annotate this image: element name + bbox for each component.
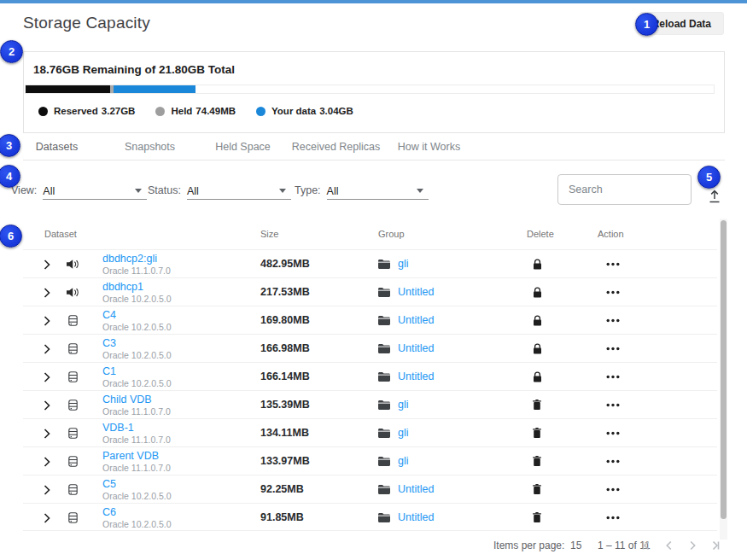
delete-cell[interactable] [533, 259, 542, 270]
group-link[interactable]: gli [398, 399, 409, 411]
more-actions-icon[interactable] [606, 375, 620, 379]
group-link[interactable]: gli [398, 258, 409, 270]
expand-chevron-icon[interactable] [44, 513, 50, 523]
group-cell: gli [378, 427, 409, 439]
delete-cell[interactable] [533, 400, 541, 410]
tab-bar: Datasets Snapshots Held Space Received R… [10, 135, 725, 160]
legend-value: 3.27GB [102, 106, 136, 116]
last-page-icon[interactable] [708, 538, 723, 553]
export-icon[interactable] [707, 189, 722, 204]
dataset-name-cell: Child VDB Oracle 11.1.0.7.0 [102, 394, 171, 417]
dataset-name-cell: C3 Oracle 10.2.0.5.0 [102, 337, 172, 360]
dataset-name-link[interactable]: C4 [102, 309, 172, 321]
vdb-database-icon [68, 456, 78, 467]
status-filter-select[interactable]: All [187, 183, 291, 200]
tab-held-space[interactable]: Held Space [196, 135, 289, 160]
tab-received-replicas[interactable]: Received Replicas [289, 135, 382, 160]
more-actions-icon[interactable] [606, 262, 620, 266]
more-actions-icon[interactable] [606, 431, 620, 435]
expand-chevron-icon[interactable] [44, 485, 50, 495]
dataset-name-link[interactable]: C3 [102, 337, 172, 349]
search-input[interactable] [557, 174, 692, 205]
callout-6: 6 [0, 225, 22, 248]
table-header: Dataset Size Group Delete Action [23, 218, 717, 249]
dataset-version: Oracle 10.2.0.5.0 [102, 378, 172, 388]
dataset-size: 482.95MB [260, 258, 310, 270]
delete-cell[interactable] [533, 315, 542, 326]
delete-cell[interactable] [533, 371, 542, 382]
delete-cell[interactable] [533, 428, 541, 438]
vertical-scrollbar-thumb[interactable] [721, 220, 727, 519]
delete-cell[interactable] [533, 343, 542, 354]
dataset-version: Oracle 11.1.0.7.0 [102, 406, 171, 417]
expand-chevron-icon[interactable] [44, 372, 50, 382]
expand-chevron-icon[interactable] [44, 400, 50, 411]
type-filter-select[interactable]: All [327, 183, 429, 200]
dataset-size: 166.14MB [260, 370, 310, 382]
group-cell: Untitled [378, 286, 434, 298]
more-actions-icon[interactable] [606, 403, 620, 407]
expand-chevron-icon[interactable] [44, 316, 50, 326]
delete-cell[interactable] [533, 512, 541, 522]
first-page-icon[interactable] [639, 538, 654, 553]
expand-chevron-icon[interactable] [44, 429, 50, 439]
callout-2: 2 [0, 40, 23, 63]
dataset-name-link[interactable]: dbdhcp1 [102, 281, 172, 293]
dataset-version: Oracle 11.1.0.7.0 [102, 265, 171, 276]
tab-snapshots[interactable]: Snapshots [103, 135, 196, 160]
items-per-page-value[interactable]: 15 [570, 540, 581, 551]
expand-chevron-icon[interactable] [44, 457, 50, 467]
delete-cell[interactable] [533, 456, 541, 466]
group-link[interactable]: Untitled [398, 370, 434, 382]
tab-how-it-works[interactable]: How it Works [382, 135, 476, 160]
more-actions-icon[interactable] [606, 459, 620, 464]
group-link[interactable]: gli [398, 455, 409, 467]
group-link[interactable]: Untitled [398, 286, 434, 298]
more-actions-icon[interactable] [606, 318, 620, 323]
dataset-size: 92.25MB [260, 483, 304, 495]
dataset-type-icon [66, 428, 79, 439]
vertical-scrollbar-track[interactable] [720, 219, 727, 540]
dataset-name-link[interactable]: C5 [102, 478, 172, 490]
dataset-name-link[interactable]: VDB-1 [102, 422, 171, 434]
dataset-name-link[interactable]: Child VDB [102, 394, 171, 405]
dataset-name-link[interactable]: dbdhcp2:gli [102, 253, 171, 265]
lock-icon [533, 259, 542, 270]
expand-chevron-icon[interactable] [44, 260, 50, 270]
capacity-summary-card: 18.76GB Remaining of 21.80GB Total Reser… [23, 51, 725, 133]
folder-icon [378, 316, 390, 325]
lock-icon [533, 287, 542, 298]
vdb-database-icon [68, 428, 78, 439]
delete-cell[interactable] [533, 484, 541, 494]
expand-chevron-icon[interactable] [44, 344, 50, 354]
table-row: C6 Oracle 10.2.0.5.0 91.85MB Untitled [23, 503, 717, 531]
datasets-table: Dataset Size Group Delete Action [23, 218, 717, 531]
more-actions-icon[interactable] [606, 516, 620, 520]
view-filter-select[interactable]: All [43, 183, 147, 200]
group-link[interactable]: Untitled [398, 342, 434, 354]
group-link[interactable]: Untitled [398, 483, 434, 495]
group-cell: Untitled [378, 342, 434, 354]
dataset-name-link[interactable]: C1 [102, 365, 172, 377]
expand-chevron-icon[interactable] [44, 288, 50, 298]
group-link[interactable]: Untitled [398, 314, 434, 326]
group-cell: gli [378, 258, 409, 270]
previous-page-icon[interactable] [662, 538, 677, 553]
dataset-name-link[interactable]: Parent VDB [102, 450, 171, 462]
next-page-icon[interactable] [685, 538, 700, 553]
capacity-bar [25, 85, 715, 94]
group-link[interactable]: Untitled [398, 511, 434, 523]
folder-icon [378, 457, 390, 466]
more-actions-icon[interactable] [606, 487, 620, 492]
group-cell: gli [378, 399, 409, 411]
column-header-delete: Delete [527, 229, 554, 239]
page-title: Storage Capacity [23, 14, 150, 32]
table-row: dbdhcp2:gli Oracle 11.1.0.7.0 482.95MB g… [23, 249, 717, 277]
dataset-version: Oracle 10.2.0.5.0 [102, 519, 172, 529]
dataset-name-link[interactable]: C6 [102, 506, 172, 518]
group-link[interactable]: gli [398, 427, 409, 439]
more-actions-icon[interactable] [606, 290, 620, 295]
more-actions-icon[interactable] [606, 347, 620, 351]
tab-datasets[interactable]: Datasets [10, 135, 103, 160]
delete-cell[interactable] [533, 287, 542, 298]
